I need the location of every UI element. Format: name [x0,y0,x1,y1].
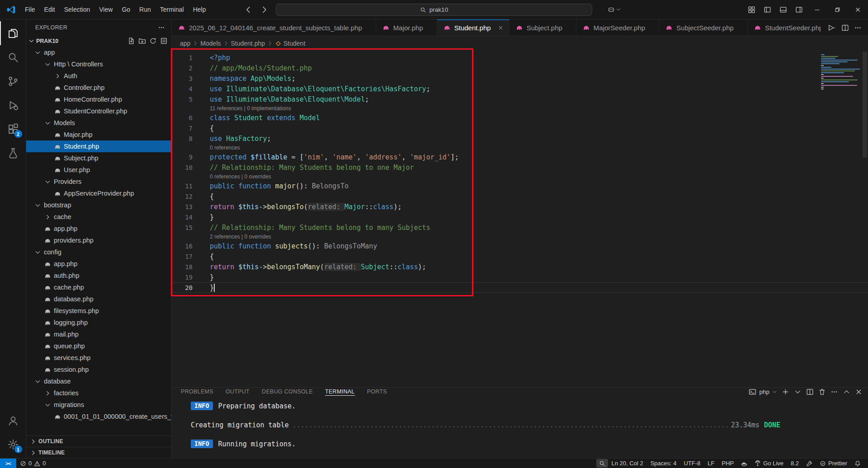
codelens-link[interactable]: 0 references | 0 overrides [172,173,868,181]
folder-factories[interactable]: factories [26,387,171,399]
activity-testing[interactable] [0,141,26,165]
tab-majorseeder-php[interactable]: MajorSeeder.php [576,19,659,36]
codelens-link[interactable]: 2 references | 0 overrides [172,233,868,241]
tab-studentseeder-php[interactable]: StudentSeeder.php [748,19,821,36]
file-database-php[interactable]: database.php [26,293,171,305]
search-input[interactable]: prak10 [276,4,592,16]
ellipsis-button[interactable] [854,24,862,32]
shell-selector[interactable]: php [749,388,777,396]
activity-extensions[interactable]: 2 [0,117,26,141]
code-editor[interactable]: 1<?php2// app/Models/Student.php3namespa… [172,51,868,387]
status-language-mode[interactable]: PHP [718,459,737,468]
folder-app[interactable]: app [26,47,171,58]
folder-config[interactable]: config [26,246,171,258]
status-eol[interactable]: LF [704,459,718,468]
activity-run-debug[interactable] [0,93,26,117]
status-zoom[interactable] [596,459,608,468]
menu-file[interactable]: File [20,4,40,15]
problems-status[interactable]: 0 0 [16,459,49,468]
file-logging-php[interactable]: logging.php [26,317,171,328]
minimap[interactable] [821,54,861,90]
new-file-button[interactable] [127,37,135,45]
timeline-section[interactable]: TIMELINE [26,447,171,458]
minimize-button[interactable] [807,0,827,19]
file-0001-01-01-000000-create-users-t[interactable]: 0001_01_01_000000_create_users_t… [26,411,171,422]
folder-cache[interactable]: cache [26,211,171,223]
tab-close-button[interactable] [496,23,505,32]
menu-view[interactable]: View [94,4,117,15]
panel-tab-ports[interactable]: PORTS [367,388,387,396]
tab-student-php[interactable]: Student.php [437,19,509,36]
file-student-php[interactable]: Student.php [26,140,171,152]
panel-tab-problems[interactable]: PROBLEMS [181,388,213,396]
panel-tab-debug-console[interactable]: DEBUG CONSOLE [262,388,313,396]
activity-explorer[interactable] [0,21,26,45]
run-button[interactable] [827,24,836,32]
scrollbar-thumb[interactable] [863,51,867,158]
file-controller-php[interactable]: Controller.php [26,82,171,94]
activity-accounts[interactable] [0,408,26,432]
file-user-php[interactable]: User.php [26,164,171,176]
remote-indicator[interactable]: >< [0,459,16,468]
menu-terminal[interactable]: Terminal [156,4,189,15]
refresh-button[interactable] [149,37,157,45]
folder-database[interactable]: database [26,375,171,387]
layout-panel-button[interactable] [776,3,790,17]
panel-tab-output[interactable]: OUTPUT [226,388,250,396]
status-docker[interactable] [737,459,751,468]
terminal-output[interactable]: INFOPreparing database.Creating migratio… [172,396,868,458]
file-queue-php[interactable]: queue.php [26,340,171,352]
menu-edit[interactable]: Edit [40,4,60,15]
menu-selection[interactable]: Selection [60,4,95,15]
status-prettier[interactable]: Prettier [816,459,851,468]
split-editor-button[interactable] [841,24,849,32]
close-button[interactable] [848,0,868,19]
menu-go[interactable]: Go [117,4,135,15]
trash-button[interactable] [818,388,826,396]
breadcrumb-app[interactable]: app [180,40,190,47]
layout-sidebar-right-button[interactable] [792,3,806,17]
restore-button[interactable] [827,0,848,19]
file-app-php[interactable]: app.php [26,223,171,234]
split-editor-button[interactable] [806,388,814,396]
panel-tab-terminal[interactable]: TERMINAL [325,388,355,396]
activity-search[interactable] [0,45,26,69]
outline-section[interactable]: OUTLINE [26,435,171,447]
chevron-up-button[interactable] [843,388,850,396]
status-indentation[interactable]: Spaces: 4 [647,459,680,468]
breadcrumb-student-php[interactable]: Student.php [231,40,265,47]
menu-help[interactable]: Help [189,4,211,15]
folder-models[interactable]: Models [26,117,171,129]
editor-scrollbar[interactable] [862,51,868,387]
folder-bootstrap[interactable]: bootstrap [26,199,171,211]
file-filesystems-php[interactable]: filesystems.php [26,305,171,317]
chevron-down-button[interactable] [794,388,802,396]
layout-grid-button[interactable] [745,3,759,17]
file-services-php[interactable]: services.php [26,352,171,364]
tab-subjectseeder-php[interactable]: SubjectSeeder.php [659,19,748,36]
status-tools[interactable] [802,459,816,468]
collapse-all-button[interactable] [160,37,168,45]
activity-source-control[interactable] [0,69,26,93]
new-folder-button[interactable] [138,37,146,45]
folder-http-controllers[interactable]: Http \ Controllers [26,58,171,70]
layout-sidebar-left-button[interactable] [760,3,774,17]
file-mail-php[interactable]: mail.php [26,328,171,340]
tab-2025-06-12-040146-create-student-subjects-table-php[interactable]: 2025_06_12_040146_create_student_subject… [172,19,376,36]
tab-subject-php[interactable]: Subject.php [509,19,576,36]
tab-major-php[interactable]: Major.php [376,19,437,36]
file-homecontroller-php[interactable]: HomeController.php [26,94,171,105]
file-major-php[interactable]: Major.php [26,129,171,140]
back-arrow-icon[interactable] [244,5,253,14]
file-providers-php[interactable]: providers.php [26,234,171,246]
menu-run[interactable]: Run [135,4,156,15]
codelens-link[interactable]: 0 references [172,144,868,152]
file-app-php[interactable]: app.php [26,258,171,270]
status-php-version[interactable]: 8.2 [787,459,802,468]
breadcrumb-student[interactable]: Student [283,40,305,47]
codelens-link[interactable]: 11 references | 0 implementations [172,104,868,112]
folder-migrations[interactable]: migrations [26,399,171,411]
breadcrumb-models[interactable]: Models [200,40,221,47]
add-button[interactable] [782,388,789,396]
folder-auth[interactable]: Auth [26,70,171,82]
